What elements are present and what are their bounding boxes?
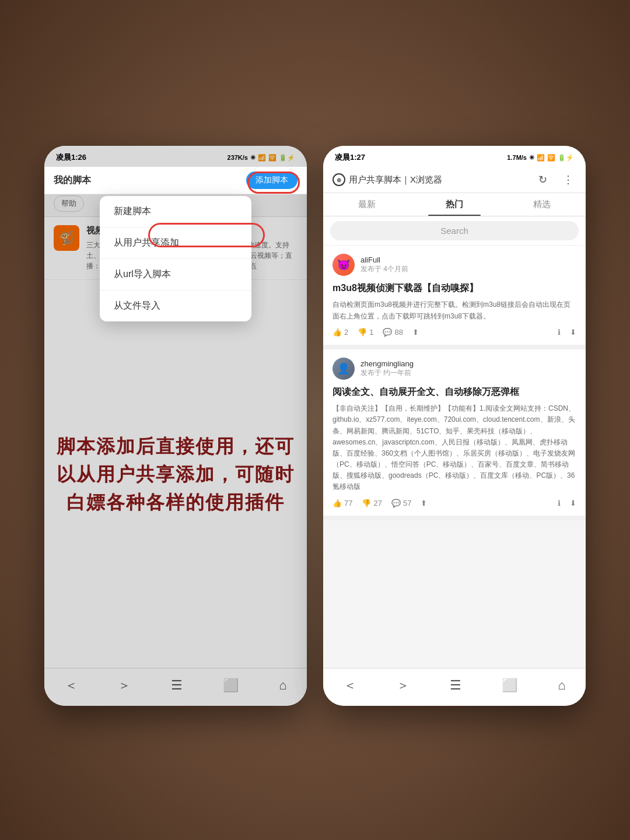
post-2-title: 阅读全文、自动展开全文、自动移除万恶弹框 — [332, 386, 576, 398]
add-script-button[interactable]: 添加脚本 — [246, 172, 298, 189]
comment-icon-1: 💬 — [383, 328, 392, 337]
post-1-dislikes[interactable]: 👎 1 — [358, 328, 373, 337]
post-2-header: 👤 zhengmingliang 发布于 约一年前 — [332, 358, 576, 380]
status-bar-2: 凌晨1:27 1.7M/s ✳ 📶 🛜 🔋⚡ — [323, 146, 586, 167]
post-2-meta: zhengmingliang 发布于 约一年前 — [360, 359, 414, 378]
post-1-action-right: ℹ ⬇ — [558, 328, 576, 337]
thumbup-icon-2: 👍 — [332, 499, 342, 508]
share-icon-2: ⬆ — [421, 499, 427, 508]
post-item-2: 👤 zhengmingliang 发布于 约一年前 阅读全文、自动展开全文、自动… — [323, 349, 586, 520]
refresh-icon-2[interactable]: ↻ — [534, 172, 551, 188]
signal-icon-2: 📶 — [537, 154, 545, 162]
tab-hot[interactable]: 热门 — [411, 193, 498, 216]
post-1-avatar: 😈 — [332, 254, 355, 276]
post-1-actions: 👍 2 👎 1 💬 88 ⬆ ℹ — [332, 328, 576, 337]
post-2-time: 发布于 约一年前 — [360, 368, 414, 378]
post-1-likes[interactable]: 👍 2 — [332, 328, 348, 337]
phone-1: 凌晨1:26 237K/s ✳ 📶 🛜 🔋⚡ ⊕ Script List ↻ ⋮… — [44, 146, 307, 706]
search-input[interactable]: Search — [330, 221, 579, 240]
more-icon-2[interactable]: ⋮ — [560, 172, 576, 188]
post-2-desc: 【非自动关注】【自用，长期维护】【功能有】1.阅读全文网站支持：CSDN、git… — [332, 403, 576, 493]
post-2-comments[interactable]: 💬 57 — [391, 499, 411, 508]
phone-2: 凌晨1:27 1.7M/s ✳ 📶 🛜 🔋⚡ ⊕ 用户共享脚本｜X浏览器 ↻ ⋮… — [323, 146, 586, 706]
post-item-1: 😈 aliFull 发布于 4个月前 m3u8视频侦测下载器【自动嗅探】 自动检… — [323, 246, 586, 349]
post-1-meta: aliFull 发布于 4个月前 — [360, 256, 408, 274]
back-icon-2[interactable]: ＜ — [334, 674, 366, 696]
post-2-action-right: ℹ ⬇ — [558, 499, 576, 508]
home-icon-2[interactable]: ⌂ — [548, 676, 575, 695]
app-bar-left-2: ⊕ 用户共享脚本｜X浏览器 — [332, 173, 442, 186]
post-1-share[interactable]: ⬆ — [412, 328, 419, 337]
forward-icon-2[interactable]: ＞ — [387, 674, 419, 696]
menu-icon-2[interactable]: ☰ — [440, 676, 471, 695]
post-1-title: m3u8视频侦测下载器【自动嗅探】 — [332, 282, 576, 295]
tabs-bar: 最新 热门 精选 — [323, 193, 586, 216]
post-2-likes[interactable]: 👍 77 — [332, 499, 352, 508]
post-2-author: zhengmingliang — [360, 359, 414, 368]
status-time-2: 凌晨1:27 — [335, 152, 365, 163]
post-2-share[interactable]: ⬆ — [421, 499, 427, 508]
from-url-item[interactable]: 从url导入脚本 — [100, 259, 251, 290]
tab-latest[interactable]: 最新 — [323, 193, 411, 216]
post-1-author: aliFull — [360, 256, 408, 264]
post-2-dislikes[interactable]: 👎 27 — [362, 499, 382, 508]
app-bar-actions-2: ↻ ⋮ — [534, 172, 576, 188]
post-1-desc: 自动检测页面m3u8视频并进行完整下载。检测到m3u8链接后会自动出现在页面右上… — [332, 299, 576, 321]
battery-icon-2: 🔋⚡ — [558, 154, 574, 162]
my-scripts-label: 我的脚本 — [54, 174, 91, 187]
info-icon-2[interactable]: ℹ — [558, 499, 561, 508]
from-user-share-item[interactable]: 从用户共享添加 — [100, 228, 251, 259]
share-icon-1: ⬆ — [412, 328, 419, 337]
tabs-icon-2[interactable]: ⬜ — [492, 676, 527, 695]
wifi-icon-2: 🛜 — [547, 154, 555, 162]
dropdown-menu: 新建脚本 从用户共享添加 从url导入脚本 从文件导入 — [100, 196, 251, 321]
post-1-header: 😈 aliFull 发布于 4个月前 — [332, 254, 576, 276]
thumbdown-icon-1: 👎 — [358, 328, 367, 337]
nav-bar-2: ＜ ＞ ☰ ⬜ ⌂ — [323, 668, 586, 706]
network-speed-2: 1.7M/s — [507, 154, 527, 161]
thumbup-icon-1: 👍 — [332, 328, 342, 337]
post-2-avatar: 👤 — [332, 358, 355, 380]
new-script-item[interactable]: 新建脚本 — [100, 196, 251, 228]
thumbdown-icon-2: 👎 — [362, 499, 371, 508]
status-icons-2: 1.7M/s ✳ 📶 🛜 🔋⚡ — [507, 154, 574, 162]
app-title-2: 用户共享脚本｜X浏览器 — [349, 174, 442, 186]
search-bar: Search — [323, 216, 586, 246]
comment-icon-2: 💬 — [391, 499, 401, 508]
from-file-item[interactable]: 从文件导入 — [100, 290, 251, 321]
globe-icon-2: ⊕ — [332, 173, 345, 186]
info-icon-1[interactable]: ℹ — [558, 328, 561, 337]
app-bar-2: ⊕ 用户共享脚本｜X浏览器 ↻ ⋮ — [323, 167, 586, 193]
download-icon-1[interactable]: ⬇ — [570, 328, 576, 337]
tab-featured[interactable]: 精选 — [498, 193, 586, 216]
download-icon-2[interactable]: ⬇ — [570, 499, 576, 508]
my-scripts-bar: 我的脚本 添加脚本 — [44, 167, 307, 194]
post-1-comments[interactable]: 💬 88 — [383, 328, 402, 337]
bluetooth-icon-2: ✳ — [529, 154, 534, 162]
post-2-actions: 👍 77 👎 27 💬 57 ⬆ ℹ — [332, 499, 576, 508]
post-1-time: 发布于 4个月前 — [360, 264, 408, 274]
posts-list: 😈 aliFull 发布于 4个月前 m3u8视频侦测下载器【自动嗅探】 自动检… — [323, 246, 586, 668]
